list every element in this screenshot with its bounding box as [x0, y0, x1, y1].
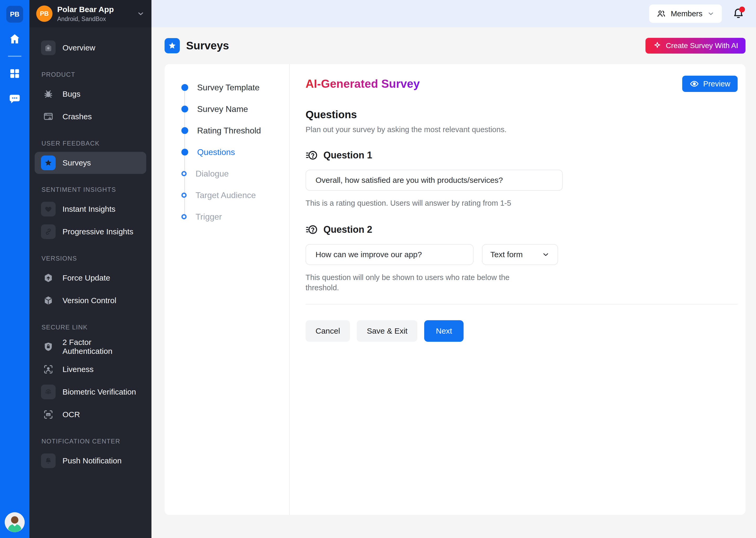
- step-survey-template[interactable]: Survey Template: [165, 77, 289, 98]
- wizard-content: AI-Generated Survey Preview Questions Pl…: [290, 64, 745, 515]
- home-nav-button[interactable]: [6, 30, 23, 47]
- sidebar-section-versions: VERSIONS: [41, 255, 139, 262]
- user-avatar[interactable]: [5, 512, 25, 532]
- star-icon: [41, 155, 56, 170]
- survey-wizard-card: Survey Template Survey Name Rating Thres…: [165, 64, 745, 515]
- create-survey-label: Create Survey With AI: [666, 41, 738, 50]
- step-dot: [181, 106, 188, 112]
- question-2-input[interactable]: [306, 244, 474, 265]
- bug-icon: [41, 87, 56, 101]
- sidebar-item-liveness[interactable]: Liveness: [35, 358, 146, 380]
- sidebar-item-force-update[interactable]: Force Update: [35, 267, 146, 289]
- sidebar-item-label: Instant Insights: [63, 205, 116, 214]
- crash-window-icon: [41, 109, 56, 124]
- sidebar-item-label: Bugs: [63, 89, 80, 98]
- main-area: Surveys Create Survey With AI Survey Tem…: [152, 27, 756, 538]
- sidebar-item-version-control[interactable]: Version Control: [35, 290, 146, 311]
- sidebar-item-push-notification[interactable]: Push Notification: [35, 450, 146, 472]
- fingerprint-icon: [41, 385, 56, 399]
- workspace-logo[interactable]: PB: [6, 6, 23, 23]
- sidebar-item-label: Liveness: [63, 365, 93, 374]
- sidebar-item-ocr[interactable]: OCR: [35, 404, 146, 426]
- sidebar-item-2fa[interactable]: 2 Factor Authentication: [35, 336, 146, 358]
- notifications-button[interactable]: [732, 8, 744, 20]
- notification-badge: [739, 7, 745, 12]
- sidebar-item-label: Biometric Verification: [63, 388, 136, 397]
- sidebar-item-overview[interactable]: Overview: [35, 37, 146, 59]
- members-label: Members: [671, 10, 702, 18]
- link-icon: [41, 224, 56, 239]
- step-dot: [181, 192, 187, 198]
- sidebar-section-product: PRODUCT: [41, 71, 139, 78]
- sidebar: PB Polar Bear App Android, SandBox Overv…: [29, 0, 152, 538]
- step-dialogue[interactable]: Dialogue: [165, 163, 289, 185]
- sidebar-item-label: 2 Factor Authentication: [63, 338, 140, 356]
- step-dot: [181, 127, 188, 134]
- question-1-label: Question 1: [323, 150, 372, 161]
- step-dot: [181, 214, 187, 219]
- heart-icon: [41, 202, 56, 216]
- chevron-down-icon: [542, 250, 550, 258]
- eye-icon: [689, 79, 699, 88]
- sidebar-item-label: Crashes: [63, 112, 92, 121]
- question-circle-icon: [306, 149, 318, 161]
- sidebar-item-surveys[interactable]: Surveys: [35, 152, 146, 174]
- save-exit-button[interactable]: Save & Exit: [357, 320, 417, 342]
- face-scan-icon: [41, 362, 56, 377]
- questions-subtitle: Plan out your survey by asking the most …: [306, 125, 737, 134]
- step-dot: [181, 84, 188, 91]
- step-trigger[interactable]: Trigger: [165, 206, 289, 228]
- sidebar-item-label: Progressive Insights: [63, 227, 133, 236]
- sidebar-item-label: Version Control: [63, 296, 116, 305]
- sidebar-item-biometric[interactable]: Biometric Verification: [35, 381, 146, 403]
- question-2-label: Question 2: [323, 224, 372, 235]
- sidebar-item-crashes[interactable]: Crashes: [35, 106, 146, 128]
- workspace-name: Polar Bear App: [57, 5, 132, 14]
- sparkle-icon: [653, 41, 662, 50]
- sidebar-section-sentiment: SENTIMENT INSIGHTS: [41, 186, 139, 193]
- sidebar-item-progressive-insights[interactable]: Progressive Insights: [35, 221, 146, 243]
- apps-grid-icon: [9, 68, 21, 79]
- cube-icon: [41, 293, 56, 308]
- survey-title: AI-Generated Survey: [306, 77, 420, 90]
- chat-icon: [9, 93, 21, 105]
- sidebar-item-instant-insights[interactable]: Instant Insights: [35, 198, 146, 220]
- sidebar-section-user-feedback: USER FEEDBACK: [41, 140, 139, 147]
- next-button[interactable]: Next: [424, 320, 464, 342]
- step-rating-threshold[interactable]: Rating Threshold: [165, 120, 289, 141]
- preview-button[interactable]: Preview: [682, 76, 737, 92]
- question-1-helper: This is a rating question. Users will an…: [306, 198, 737, 208]
- question-2-header: Question 2: [306, 224, 737, 236]
- chat-nav-button[interactable]: [6, 90, 23, 107]
- sidebar-item-label: OCR: [63, 410, 80, 419]
- sidebar-section-notification-center: NOTIFICATION CENTER: [41, 438, 139, 445]
- question-1-header: Question 1: [306, 149, 737, 161]
- cancel-button[interactable]: Cancel: [306, 320, 350, 342]
- step-dot: [181, 149, 188, 155]
- step-survey-name[interactable]: Survey Name: [165, 98, 289, 120]
- workspace-switcher[interactable]: PB Polar Bear App Android, SandBox: [29, 0, 152, 27]
- upload-hexagon-icon: [41, 271, 56, 285]
- step-questions[interactable]: Questions: [165, 141, 289, 163]
- create-survey-with-ai-button[interactable]: Create Survey With AI: [645, 38, 745, 54]
- topbar: Members: [152, 0, 756, 27]
- apps-nav-button[interactable]: [6, 65, 23, 82]
- question-1-input[interactable]: [306, 170, 563, 191]
- workspace-avatar: PB: [36, 6, 53, 22]
- content-divider: [306, 304, 737, 304]
- card-scan-icon: [41, 407, 56, 422]
- sidebar-item-label: Surveys: [63, 158, 91, 167]
- rail-divider: [8, 56, 22, 57]
- preview-label: Preview: [703, 80, 730, 88]
- chevron-down-icon: [137, 10, 145, 18]
- members-dropdown[interactable]: Members: [649, 4, 722, 23]
- sidebar-item-bugs[interactable]: Bugs: [35, 83, 146, 105]
- home-icon: [9, 33, 21, 45]
- bell-icon: [41, 454, 56, 468]
- workspace-meta: Android, SandBox: [57, 16, 132, 23]
- question-2-type-select[interactable]: Text form: [482, 244, 558, 265]
- step-target-audience[interactable]: Target Audience: [165, 185, 289, 206]
- sidebar-section-secure-link: SECURE LINK: [41, 324, 139, 331]
- sidebar-item-label: Overview: [63, 43, 95, 52]
- overview-lens-icon: [41, 40, 56, 55]
